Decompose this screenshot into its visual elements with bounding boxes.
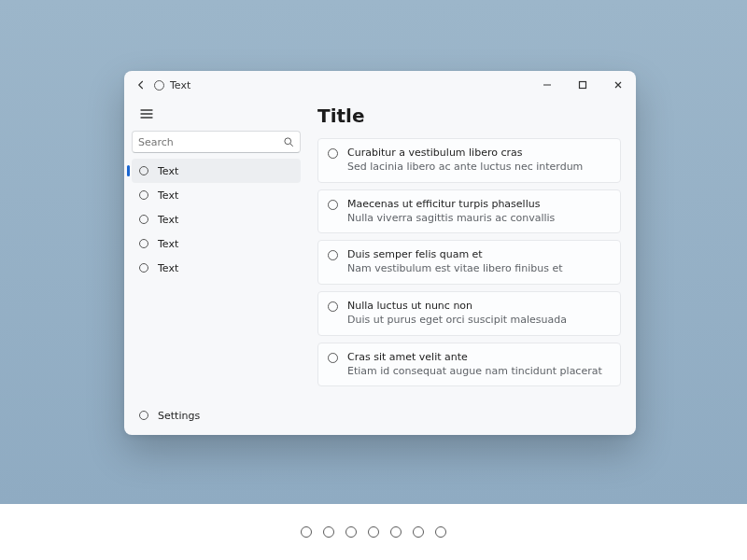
card-title: Nulla luctus ut nunc non <box>347 300 567 314</box>
pagination-footer <box>0 504 747 560</box>
circle-icon <box>328 200 338 210</box>
list-card[interactable]: Maecenas ut efficitur turpis phasellusNu… <box>317 189 621 234</box>
nav-item[interactable]: Text <box>132 256 301 280</box>
list-card[interactable]: Curabitur a vestibulum libero crasSed la… <box>317 138 621 183</box>
nav-item[interactable]: Text <box>132 207 301 231</box>
pagination-dot[interactable] <box>390 526 402 538</box>
card-title: Cras sit amet velit ante <box>347 351 602 365</box>
nav-item[interactable]: Text <box>132 231 301 256</box>
list-card[interactable]: Cras sit amet velit anteEtiam id consequ… <box>317 343 621 387</box>
circle-icon <box>139 215 148 224</box>
nav-item[interactable]: Text <box>132 183 301 207</box>
nav-item-label: Text <box>158 262 178 274</box>
maximize-button[interactable] <box>565 71 600 99</box>
settings-label: Settings <box>158 410 200 422</box>
search-icon <box>283 136 294 147</box>
close-icon <box>613 80 623 90</box>
card-subtitle: Duis ut purus eget orci suscipit malesua… <box>347 314 567 328</box>
page-title: Title <box>317 105 621 127</box>
card-list: Curabitur a vestibulum libero crasSed la… <box>317 138 621 386</box>
card-title: Duis semper felis quam et <box>347 248 563 262</box>
nav-item-label: Text <box>158 214 178 226</box>
arrow-left-icon <box>135 79 147 91</box>
nav-list: TextTextTextTextText <box>132 159 301 280</box>
card-title: Curabitur a vestibulum libero cras <box>347 147 583 161</box>
card-subtitle: Etiam id consequat augue nam tincidunt p… <box>347 365 602 379</box>
pagination-dot[interactable] <box>323 526 334 538</box>
app-window: Text TextTextTextTextText Settings <box>124 71 636 435</box>
circle-icon <box>139 411 148 420</box>
pagination-dot[interactable] <box>301 526 312 538</box>
svg-point-1 <box>285 138 291 145</box>
nav-item-label: Text <box>158 189 178 202</box>
search-input[interactable] <box>138 136 283 148</box>
pagination-dot[interactable] <box>435 526 446 538</box>
search-box[interactable] <box>132 131 301 153</box>
circle-icon <box>328 353 338 363</box>
circle-icon <box>328 250 338 260</box>
list-card[interactable]: Duis semper felis quam etNam vestibulum … <box>317 240 621 285</box>
circle-icon <box>139 190 148 200</box>
maximize-icon <box>578 80 587 90</box>
minimize-button[interactable] <box>529 71 565 99</box>
pagination-dot[interactable] <box>345 526 357 538</box>
card-title: Maecenas ut efficitur turpis phasellus <box>347 198 555 212</box>
circle-icon <box>139 263 148 273</box>
minimize-icon <box>543 80 552 90</box>
card-subtitle: Nulla viverra sagittis mauris ac convall… <box>347 212 555 226</box>
titlebar: Text <box>124 71 636 99</box>
nav-item[interactable]: Text <box>132 159 301 183</box>
sidebar: TextTextTextTextText Settings <box>124 99 306 435</box>
window-title: Text <box>170 79 190 91</box>
circle-icon <box>139 239 148 248</box>
close-button[interactable] <box>600 71 636 99</box>
settings-nav-item[interactable]: Settings <box>132 403 301 427</box>
back-button[interactable] <box>130 74 152 96</box>
nav-toggle-button[interactable] <box>134 103 160 125</box>
svg-rect-0 <box>580 82 586 89</box>
nav-item-label: Text <box>158 165 178 177</box>
card-subtitle: Sed lacinia libero ac ante luctus nec in… <box>347 161 583 175</box>
app-icon <box>154 80 164 91</box>
card-subtitle: Nam vestibulum est vitae libero finibus … <box>347 262 563 276</box>
pagination-dot[interactable] <box>368 526 379 538</box>
list-card[interactable]: Nulla luctus ut nunc nonDuis ut purus eg… <box>317 291 621 336</box>
circle-icon <box>328 148 338 159</box>
content-area: Title Curabitur a vestibulum libero cras… <box>306 99 636 435</box>
circle-icon <box>139 166 148 175</box>
hamburger-icon <box>140 108 153 119</box>
circle-icon <box>328 301 338 312</box>
nav-item-label: Text <box>158 238 178 250</box>
pagination-dot[interactable] <box>413 526 424 538</box>
